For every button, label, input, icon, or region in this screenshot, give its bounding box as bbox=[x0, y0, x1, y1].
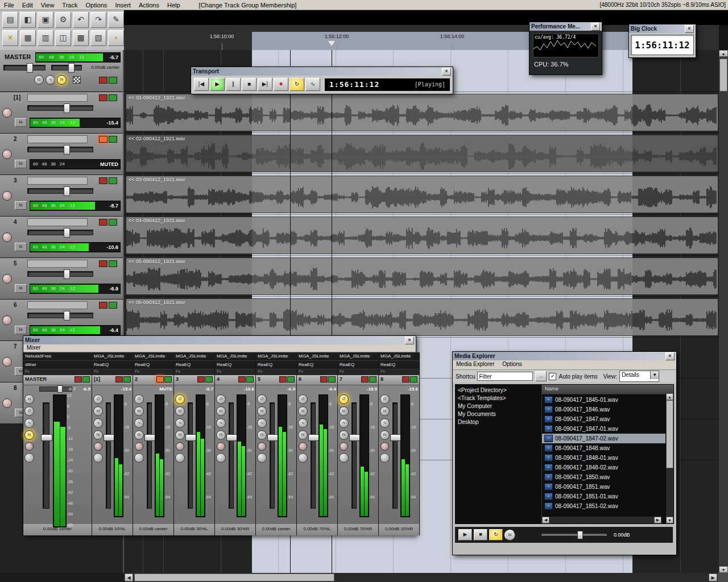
file-row[interactable]: ≈ 08-090417_1845-01.wav bbox=[542, 395, 673, 405]
track-row[interactable]: 5 io 60 48 36 24 -12 -6.9 bbox=[0, 258, 123, 300]
monitor-button[interactable] bbox=[93, 453, 103, 463]
fx-button[interactable]: fx bbox=[380, 430, 390, 440]
record-arm-button[interactable] bbox=[340, 442, 348, 451]
solo-button[interactable] bbox=[164, 376, 172, 383]
io-button[interactable]: io bbox=[339, 406, 349, 416]
fx-button[interactable]: fx bbox=[93, 430, 103, 440]
close-icon[interactable]: × bbox=[685, 25, 694, 33]
envelope-button[interactable]: ∿ bbox=[305, 78, 320, 91]
fader-handle[interactable] bbox=[104, 434, 114, 441]
record-arm-button[interactable] bbox=[2, 357, 12, 367]
fx-button[interactable]: fx bbox=[339, 430, 349, 440]
io-button[interactable]: io bbox=[15, 160, 27, 168]
strip-name-row[interactable]: 4 bbox=[215, 375, 255, 385]
phase-button[interactable]: ∅ bbox=[175, 394, 185, 404]
mixer-menu[interactable]: Mixer bbox=[23, 344, 416, 352]
mixer-strip[interactable]: MGA_JSLimite ReaEQ Fx [1] -15.4 ∅ io ∿ f… bbox=[92, 352, 133, 535]
fx-slot-2[interactable]: dither bbox=[23, 361, 92, 369]
undo-button[interactable]: ↶ bbox=[73, 12, 89, 28]
fx-label[interactable]: Fx bbox=[297, 369, 337, 375]
mute-button[interactable] bbox=[197, 376, 205, 383]
strip-name-row[interactable]: 2 bbox=[133, 375, 173, 385]
fader-handle[interactable] bbox=[68, 63, 75, 73]
autoplay-checkbox[interactable]: ✓ bbox=[549, 373, 556, 380]
fx-label[interactable]: Fx bbox=[379, 369, 419, 375]
fader-handle[interactable] bbox=[64, 103, 70, 113]
fx-slot-2[interactable]: ReaEQ bbox=[338, 361, 378, 369]
master-solo-button[interactable] bbox=[109, 77, 117, 84]
envelope-button[interactable]: ∿ bbox=[175, 418, 185, 428]
stop-button[interactable]: ■ bbox=[242, 78, 257, 91]
record-arm-button[interactable] bbox=[2, 398, 12, 408]
io-button[interactable]: io bbox=[380, 406, 390, 416]
file-row[interactable]: ≈ 08-090417_1851.wav bbox=[542, 482, 673, 492]
view-dropdown[interactable]: Details ▼ bbox=[619, 371, 659, 382]
file-row[interactable]: ≈ 08-090417_1847.wav bbox=[542, 414, 673, 424]
docker-button[interactable]: ▥ bbox=[38, 30, 53, 46]
volume-fader[interactable] bbox=[106, 402, 111, 509]
phase-button[interactable]: ∅ bbox=[380, 394, 390, 404]
scroll-up-icon[interactable]: ▲ bbox=[666, 393, 673, 400]
fx-slot-2[interactable]: ReaEQ bbox=[379, 361, 419, 369]
preview-repeat-button[interactable]: ↻ bbox=[489, 529, 503, 541]
monitor-button[interactable] bbox=[175, 453, 185, 463]
fader-handle[interactable] bbox=[308, 434, 319, 441]
fader-handle[interactable] bbox=[27, 63, 33, 73]
monitor-button[interactable] bbox=[216, 453, 226, 463]
mute-button[interactable] bbox=[156, 376, 164, 383]
preview-stop-button[interactable]: ■ bbox=[474, 529, 487, 541]
project-settings-button[interactable]: ⚙ bbox=[55, 12, 71, 28]
file-row[interactable]: ≈ 08-090417_1851-02.wav bbox=[542, 501, 673, 511]
io-button[interactable]: io bbox=[298, 406, 308, 416]
volume-fader[interactable] bbox=[147, 402, 152, 509]
tree-item[interactable]: Desktop bbox=[458, 418, 541, 426]
track-row[interactable]: 4 io 60 48 36 24 -12 -10.6 bbox=[0, 217, 123, 258]
solo-button[interactable] bbox=[109, 302, 117, 309]
fx-button[interactable]: fx bbox=[216, 430, 226, 440]
fader-handle[interactable] bbox=[64, 145, 70, 155]
solo-button[interactable] bbox=[109, 94, 117, 101]
solo-button[interactable] bbox=[82, 376, 90, 383]
record-arm-button[interactable] bbox=[380, 442, 389, 451]
master-pan-fader[interactable] bbox=[51, 65, 82, 70]
menu-item[interactable]: Help bbox=[163, 1, 184, 9]
io-button[interactable]: io bbox=[175, 406, 185, 416]
fx-slot-1[interactable]: MGA_JSLimite bbox=[92, 352, 133, 361]
close-icon[interactable]: × bbox=[665, 352, 675, 360]
menu-item[interactable]: View bbox=[37, 1, 59, 9]
solo-button[interactable] bbox=[109, 260, 117, 267]
file-list-hscrollbar[interactable]: ◀ ▶ bbox=[542, 517, 661, 523]
io-button[interactable]: io bbox=[24, 394, 34, 404]
volume-fader[interactable] bbox=[311, 402, 316, 509]
phase-button[interactable]: ∅ bbox=[134, 394, 144, 404]
fader-handle[interactable] bbox=[390, 434, 401, 441]
scroll-left-icon[interactable]: ◀ bbox=[542, 517, 549, 523]
strip-name-row[interactable]: [1] bbox=[92, 375, 133, 385]
play-button[interactable]: ▶ bbox=[210, 78, 225, 91]
preview-play-button[interactable]: ▶ bbox=[458, 529, 472, 541]
phase-button[interactable]: ∅ bbox=[216, 394, 226, 404]
close-icon[interactable]: × bbox=[591, 23, 600, 31]
solo-button[interactable] bbox=[109, 136, 117, 143]
mute-button[interactable] bbox=[99, 136, 107, 143]
play-cursor-marker[interactable] bbox=[328, 41, 335, 46]
fx-button[interactable]: fx bbox=[257, 430, 267, 440]
monitor-button[interactable] bbox=[257, 453, 267, 463]
filter-input[interactable] bbox=[477, 372, 533, 381]
volume-fader[interactable] bbox=[188, 402, 193, 509]
monitor-button[interactable] bbox=[380, 453, 390, 463]
menu-item[interactable]: Options bbox=[502, 361, 522, 369]
master-io-button[interactable]: io bbox=[34, 75, 44, 85]
fx-button[interactable]: fx bbox=[134, 430, 144, 440]
fader-handle[interactable] bbox=[144, 434, 155, 441]
strip-name-row[interactable]: MASTER bbox=[23, 375, 92, 385]
tree-item[interactable]: My Computer bbox=[458, 402, 541, 410]
scroll-down-icon[interactable]: ▼ bbox=[719, 566, 728, 573]
monitor-button[interactable] bbox=[339, 453, 349, 463]
volume-fader[interactable] bbox=[27, 188, 93, 194]
fx-slot-1[interactable]: Nebula3Free bbox=[23, 352, 92, 361]
io-button[interactable]: io bbox=[15, 201, 27, 210]
file-list-header[interactable]: Name bbox=[542, 385, 673, 395]
mute-button[interactable] bbox=[99, 94, 107, 101]
mute-button[interactable] bbox=[75, 376, 82, 383]
